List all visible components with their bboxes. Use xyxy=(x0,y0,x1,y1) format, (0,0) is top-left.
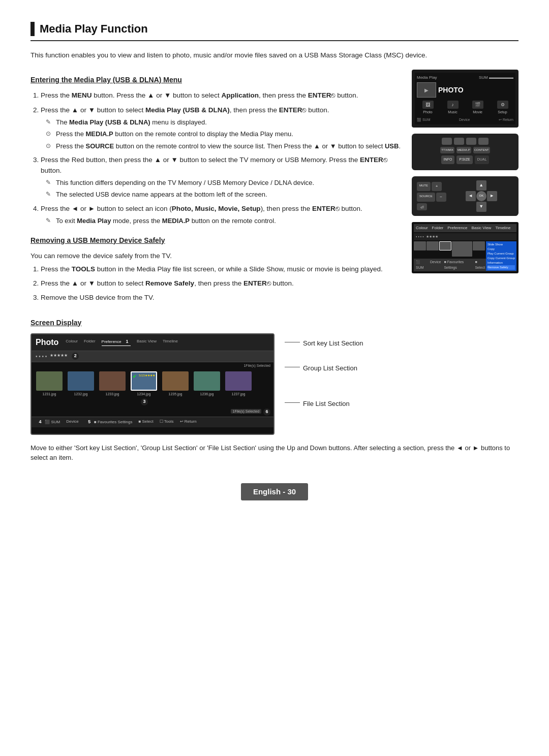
section3-heading: Screen Display xyxy=(30,318,518,328)
mp-music-text: Music xyxy=(448,110,457,115)
remote-dpad-mockup: MUTE + SOURCE − ⏎ ▲ xyxy=(412,176,518,216)
step2-notes: The Media Play (USB & DLNA) menu is disp… xyxy=(46,117,402,151)
selected-count: 1File(s) Selected xyxy=(231,409,262,414)
annotation-file-list: File List Section xyxy=(285,399,518,409)
label-1233: 1233.jpg xyxy=(106,392,119,397)
remote-dpad: ▲ ◄ OK ► ▼ xyxy=(466,180,497,212)
mp-music-box: ♪ xyxy=(447,101,459,109)
num-4: 4 xyxy=(37,419,44,426)
selected-badge: 1File(s) Selected 6 xyxy=(32,408,273,417)
photo-footer-device: Device xyxy=(430,260,441,270)
remove-step-2: Press the ▲ or ▼ button to select Remove… xyxy=(41,278,402,289)
page-title: Media Play Function xyxy=(40,20,148,37)
ctx-copy: Copy xyxy=(487,247,515,251)
file-1234: ✔ 5/15★★★★ 1234.jpg 3 xyxy=(129,371,159,405)
remote-vol-up: + xyxy=(432,182,442,191)
photo-footer-favs: ■ Favourites Settings xyxy=(444,260,472,270)
mp-footer-device: Device xyxy=(459,117,470,123)
mp-icon-setup: ⚙ Setup xyxy=(497,101,508,115)
label-1237: 1237.jpg xyxy=(232,392,246,397)
photo-main-area: Slide Show Copy Play Current Group Copy … xyxy=(414,241,516,258)
annotation-sort-arrow: Sort key List Section xyxy=(285,338,518,349)
remote-btn-2 xyxy=(454,138,464,145)
star-1234: 5/15★★★★ xyxy=(139,373,155,378)
photo-header-basic: Basic View xyxy=(471,225,491,231)
photo-screen-header: Colour Folder Preference Basic View Time… xyxy=(414,224,516,232)
mp-photo-text: Photo xyxy=(423,110,432,115)
remote-btn-1 xyxy=(442,138,452,145)
step4-notes: To exit Media Play mode, press the MEDIA… xyxy=(46,216,402,226)
footer-tools: ☐ Tools xyxy=(160,419,174,426)
thumb-1237 xyxy=(225,371,252,391)
file-1233: 1233.jpg xyxy=(98,371,127,405)
file-1237: 1237.jpg xyxy=(224,371,253,405)
remote-ok: OK xyxy=(476,191,486,201)
remote-dpad-row: MUTE + SOURCE − ⏎ ▲ xyxy=(417,180,513,212)
ann-line-1 xyxy=(285,342,300,342)
photo-header-pref: Preference xyxy=(447,225,467,231)
label-1236: 1236.jpg xyxy=(200,392,214,397)
thumb-3-selected xyxy=(439,241,451,250)
photo-group-bar: • • • • ★★★★ xyxy=(414,233,516,241)
ann-text-group: Group List Section xyxy=(303,363,357,373)
note-2-1: The Media Play (USB & DLNA) menu is disp… xyxy=(46,117,402,128)
thumb-1236 xyxy=(194,371,220,391)
remote-source: SOURCE xyxy=(417,193,435,202)
group-dots: • • • • xyxy=(36,353,47,360)
mp-photo-box: 🖼 xyxy=(422,101,434,109)
footer-return: ↩ Return xyxy=(180,419,197,426)
screen-display-section: Screen Display Photo Colour Folder Prefe… xyxy=(30,318,518,463)
mp-photo-row: PHOTO xyxy=(417,82,513,98)
file-1231: 1231.jpg xyxy=(35,371,64,405)
label-1232: 1232.jpg xyxy=(74,392,88,397)
annotation-file-arrow: File List Section xyxy=(285,399,518,409)
remote-left-controls: MUTE + SOURCE − ⏎ xyxy=(417,182,446,210)
mp-icon-music: ♪ Music xyxy=(447,101,459,115)
label-1231: 1231.jpg xyxy=(43,392,56,397)
sml-group-bar: • • • • ★★★★★ 2 xyxy=(32,351,273,362)
remote-right: ► xyxy=(487,191,497,201)
label-1235: 1235.jpg xyxy=(169,392,182,397)
tab-preference: Preference 1 xyxy=(102,338,131,346)
note-4-1: To exit Media Play mode, press the MEDIA… xyxy=(46,216,402,226)
ann-text-file: File List Section xyxy=(303,399,350,409)
sml-footer: 4 ⬛ SUM Device 5 ■ Favourites Settings ■… xyxy=(32,417,273,427)
remote-mute: MUTE xyxy=(417,182,431,191)
num-5: 5 xyxy=(86,419,93,426)
text-content: Entering the Media Play (USB & DLNA) Men… xyxy=(30,70,402,307)
tab-folder: Folder xyxy=(84,338,96,346)
sml-tabs: Colour Folder Preference 1 Basic View Ti… xyxy=(66,338,178,346)
remote-mute-vol: MUTE + xyxy=(417,182,446,191)
sml-files-area: 1231.jpg 1232.jpg 1233.jpg ✔ xyxy=(32,368,273,408)
right-images: Media Play SUM ▬▬▬▬▬▬ PHOTO 🖼 Photo ♪ xyxy=(412,70,518,307)
ann-line-3 xyxy=(285,402,300,403)
thumb-1232 xyxy=(68,371,94,391)
page-wrapper: Media Play Function This function enable… xyxy=(30,20,518,500)
remote-source-minus: SOURCE − xyxy=(417,193,446,202)
mp-footer: ⬛ SUM Device ↩ Return xyxy=(417,117,513,123)
annotation-sort-key: Sort key List Section xyxy=(285,338,518,349)
footer-select: ■ Select xyxy=(138,419,153,426)
media-play-screen-mockup: Media Play SUM ▬▬▬▬▬▬ PHOTO 🖼 Photo ♪ xyxy=(412,70,518,128)
step-4: Press the ◄ or ► button to select an ico… xyxy=(41,204,402,226)
remote-row-3: INFO P.SIZE DUAL xyxy=(417,155,513,164)
screen-display-container: Photo Colour Folder Preference 1 Basic V… xyxy=(30,333,518,435)
tab-colour: Colour xyxy=(66,338,78,346)
photo-header-colour: Colour xyxy=(416,225,428,231)
photo-thumbs xyxy=(414,241,485,257)
photo-dots: • • • • xyxy=(416,234,424,240)
remove-step-3: Remove the USB device from the TV. xyxy=(41,293,402,303)
photo-header-timeline: Timeline xyxy=(495,225,510,231)
check-1234: ✔ xyxy=(133,373,137,381)
sml-header: Photo Colour Folder Preference 1 Basic V… xyxy=(32,334,273,351)
remote-down: ▼ xyxy=(476,202,486,212)
num-3: 3 xyxy=(141,398,148,405)
section2-heading: Removing a USB Memory Device Safely xyxy=(30,235,402,246)
ann-text-sort: Sort key List Section xyxy=(303,338,363,349)
intro-text: This function enables you to view and li… xyxy=(30,50,518,60)
photo-stars: ★★★★ xyxy=(426,234,438,240)
ctx-slideshow: Slide Show xyxy=(487,242,515,247)
section1-steps: Press the MENU button. Press the ▲ or ▼ … xyxy=(30,90,402,226)
remote-row-2: TTX/MIX MEDIA.P CONTENT xyxy=(417,147,513,153)
annotations-column: Sort key List Section Group List Section… xyxy=(285,333,518,415)
